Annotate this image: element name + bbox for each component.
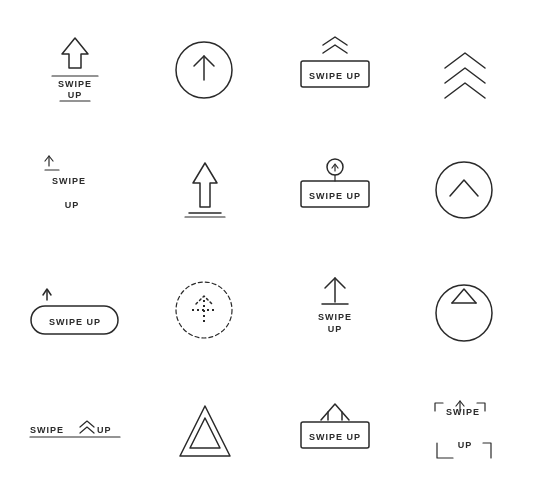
icon-10 <box>145 255 265 365</box>
icon-15: SWIPE UP <box>275 375 395 485</box>
svg-marker-0 <box>62 38 88 68</box>
icon-7: SWIPE UP <box>275 135 395 245</box>
svg-text:SWIPE UP: SWIPE UP <box>308 432 360 442</box>
icon-3: SWIPE UP <box>275 15 395 125</box>
icon-2 <box>145 15 265 125</box>
svg-text:SWIPE UP: SWIPE UP <box>308 71 360 81</box>
svg-text:SWIPE: SWIPE <box>30 425 64 435</box>
icon-6 <box>145 135 265 245</box>
svg-text:SWIPE UP: SWIPE UP <box>308 191 360 201</box>
icon-11: SWIPE UP <box>275 255 395 365</box>
icon-13: SWIPE UP <box>15 375 135 485</box>
icon-12 <box>405 255 525 365</box>
svg-text:SWIPE: SWIPE <box>317 312 351 322</box>
icon-8 <box>405 135 525 245</box>
svg-marker-38 <box>190 418 220 448</box>
svg-text:SWIPE UP: SWIPE UP <box>49 317 101 327</box>
icon-1: SWIPE UP <box>15 15 135 125</box>
svg-text:UP: UP <box>97 425 112 435</box>
icon-4 <box>405 15 525 125</box>
svg-text:SWIPE: SWIPE <box>57 79 91 89</box>
svg-text:UP: UP <box>457 440 472 450</box>
icon-9: SWIPE UP <box>15 255 135 365</box>
svg-marker-13 <box>193 163 217 207</box>
icon-5: SWIPE UP <box>15 135 135 245</box>
icon-14 <box>145 375 265 485</box>
svg-text:SWIPE: SWIPE <box>445 407 479 417</box>
svg-text:UP: UP <box>67 90 82 100</box>
svg-text:UP: UP <box>65 200 80 210</box>
svg-text:SWIPE: SWIPE <box>52 176 86 186</box>
svg-point-21 <box>436 162 492 218</box>
svg-text:UP: UP <box>327 324 342 334</box>
svg-point-32 <box>436 285 492 341</box>
icon-16: SWIPE UP <box>405 375 525 485</box>
icon-grid: SWIPE UP SWIPE UP <box>0 0 539 500</box>
